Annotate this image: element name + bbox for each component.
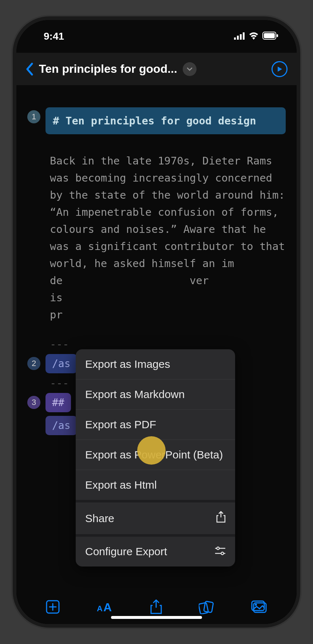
svg-point-18 bbox=[221, 552, 224, 555]
svg-rect-1 bbox=[237, 36, 239, 40]
svg-point-16 bbox=[217, 547, 219, 550]
export-as-markdown[interactable]: Export as Markdown bbox=[76, 379, 235, 410]
svg-point-14 bbox=[255, 604, 257, 606]
asset-reference[interactable]: /as bbox=[45, 354, 77, 373]
battery-icon bbox=[262, 31, 278, 42]
theme-button[interactable] bbox=[199, 600, 214, 614]
svg-rect-10 bbox=[199, 603, 209, 614]
chevron-down-icon bbox=[187, 67, 193, 71]
block-number-3[interactable]: 3 bbox=[27, 396, 40, 409]
screen: 9:41 Ten principles for good... bbox=[16, 20, 297, 624]
svg-text:A: A bbox=[103, 601, 112, 613]
status-bar: 9:41 bbox=[16, 20, 297, 53]
heading-block[interactable]: # Ten principles for good design bbox=[45, 107, 286, 134]
cellular-icon bbox=[234, 31, 245, 42]
play-icon bbox=[276, 66, 283, 72]
svg-text:A: A bbox=[97, 604, 103, 613]
status-right bbox=[234, 31, 278, 42]
svg-rect-6 bbox=[277, 34, 278, 37]
export-as-images[interactable]: Export as Images bbox=[76, 349, 235, 379]
play-button[interactable] bbox=[272, 61, 288, 77]
page-title: Ten principles for good... bbox=[39, 62, 177, 76]
block-number-1[interactable]: 1 bbox=[27, 110, 40, 123]
media-button[interactable] bbox=[251, 600, 268, 614]
block-number-2[interactable]: 2 bbox=[27, 357, 40, 370]
svg-rect-2 bbox=[240, 34, 242, 40]
svg-rect-3 bbox=[243, 32, 245, 40]
home-indicator[interactable] bbox=[111, 616, 202, 619]
text-style-button[interactable]: AA bbox=[97, 600, 114, 613]
add-button[interactable] bbox=[45, 600, 60, 614]
wifi-icon bbox=[249, 31, 259, 42]
sliders-icon bbox=[215, 545, 226, 558]
back-button[interactable] bbox=[25, 63, 33, 76]
nav-bar: Ten principles for good... bbox=[16, 53, 297, 86]
heading2-block[interactable]: ## bbox=[45, 393, 71, 412]
share-icon bbox=[216, 511, 226, 525]
export-as-html[interactable]: Export as Html bbox=[76, 470, 235, 502]
body-text-block[interactable]: Back in the late 1970s, Dieter Rams was … bbox=[27, 138, 286, 334]
share-button[interactable] bbox=[150, 599, 162, 615]
touch-indicator bbox=[137, 436, 166, 465]
status-time: 9:41 bbox=[44, 31, 64, 42]
asset-reference[interactable]: /as bbox=[45, 416, 77, 435]
divider: --- bbox=[27, 338, 286, 350]
export-as-pdf[interactable]: Export as PDF bbox=[76, 410, 235, 440]
share-menu-item[interactable]: Share bbox=[76, 502, 235, 537]
title-dropdown[interactable] bbox=[183, 62, 197, 76]
svg-rect-5 bbox=[264, 33, 275, 38]
phone-frame: 9:41 Ten principles for good... bbox=[13, 16, 300, 628]
configure-export[interactable]: Configure Export bbox=[76, 537, 235, 567]
svg-rect-0 bbox=[234, 37, 236, 40]
